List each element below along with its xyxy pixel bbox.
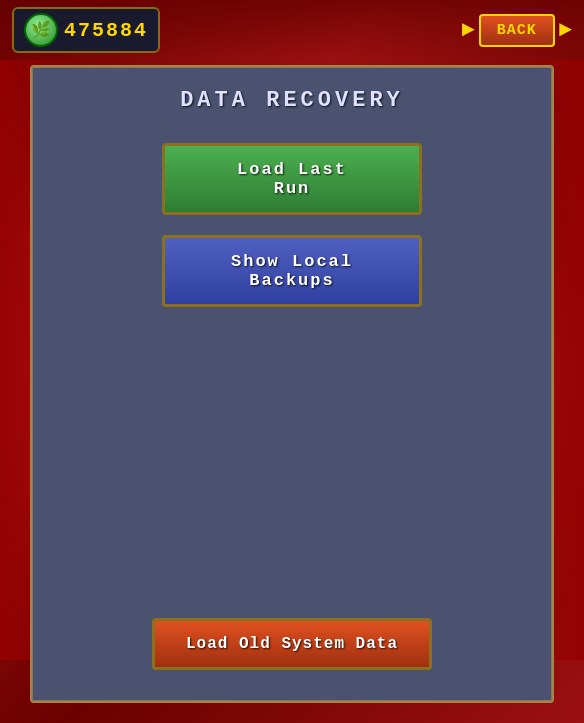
load-old-system-data-button[interactable]: Load Old System Data: [152, 618, 432, 670]
bottom-button-area: Load Old System Data: [53, 618, 531, 670]
top-bar: 🌿 475884 ► BACK ►: [0, 0, 584, 60]
main-panel: DATA RECOVERY Load Last Run Show Local B…: [30, 65, 554, 703]
coin-amount: 475884: [64, 19, 148, 42]
show-local-backups-button[interactable]: Show Local Backups: [162, 235, 422, 307]
coin-icon: 🌿: [24, 13, 58, 47]
arrow-right-icon: ►: [559, 18, 572, 43]
panel-title: DATA RECOVERY: [180, 88, 404, 113]
buttons-area: Load Last Run Show Local Backups: [53, 143, 531, 618]
coin-display: 🌿 475884: [12, 7, 160, 53]
arrow-left-icon: ►: [462, 18, 475, 43]
back-button[interactable]: BACK: [479, 14, 555, 47]
load-last-run-button[interactable]: Load Last Run: [162, 143, 422, 215]
back-area: ► BACK ►: [462, 14, 572, 47]
